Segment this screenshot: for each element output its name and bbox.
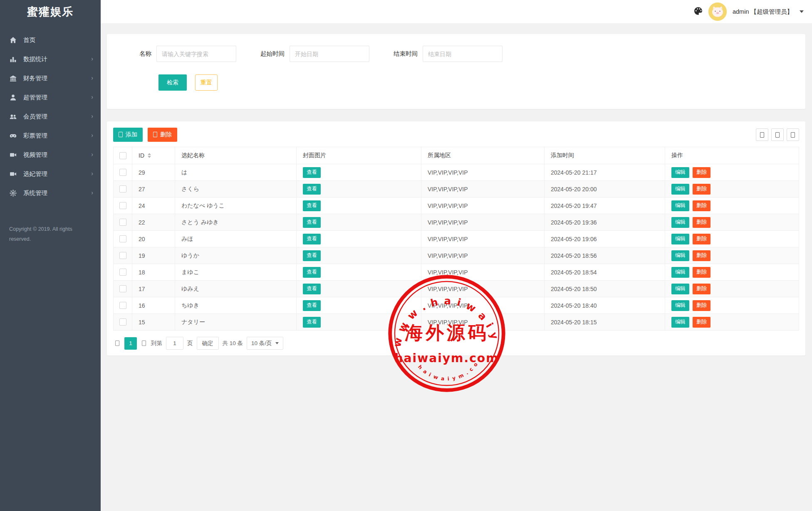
view-cover-button[interactable]: 查看 bbox=[303, 167, 321, 178]
sidebar-item-statistics[interactable]: 数据统计 › bbox=[0, 49, 101, 69]
row-delete-button[interactable]: 删除 bbox=[693, 200, 710, 211]
sidebar-item-label: 首页 bbox=[23, 36, 93, 44]
goto-page-input[interactable] bbox=[166, 337, 183, 350]
row-checkbox[interactable] bbox=[119, 185, 126, 193]
table-body: 29は查看VIP,VIP,VIP,VIP2024-05-20 21:17编辑删除… bbox=[114, 164, 799, 331]
row-checkbox[interactable] bbox=[119, 302, 126, 309]
sidebar-item-label: 财务管理 bbox=[23, 74, 91, 82]
end-time-label: 结束时间 bbox=[394, 50, 418, 58]
sidebar-item-home[interactable]: 首页 bbox=[0, 30, 101, 49]
edit-button[interactable]: 编辑 bbox=[671, 167, 689, 178]
edit-button[interactable]: 编辑 bbox=[671, 200, 689, 211]
current-page-button[interactable]: 1 bbox=[124, 337, 137, 350]
edit-button[interactable]: 编辑 bbox=[671, 234, 689, 244]
sidebar-item-lottery[interactable]: 彩票管理 › bbox=[0, 126, 101, 145]
table-row: 27さくら查看VIP,VIP,VIP,VIP2024-05-20 20:00编辑… bbox=[114, 181, 799, 197]
row-checkbox[interactable] bbox=[119, 318, 126, 326]
column-header-id: ID bbox=[139, 152, 144, 159]
row-time: 2024-05-20 20:00 bbox=[545, 181, 665, 197]
next-page-icon[interactable] bbox=[141, 340, 147, 346]
view-cover-button[interactable]: 查看 bbox=[303, 250, 321, 261]
table-filter-icon[interactable] bbox=[756, 128, 768, 141]
start-date-input[interactable] bbox=[290, 46, 369, 62]
user-menu[interactable]: admin 【超级管理员】 bbox=[733, 8, 793, 16]
sidebar-item-members[interactable]: 会员管理 › bbox=[0, 107, 101, 126]
chevron-right-icon: › bbox=[91, 132, 93, 139]
delete-icon bbox=[153, 132, 157, 137]
name-filter-input[interactable] bbox=[156, 46, 236, 62]
row-delete-button[interactable]: 删除 bbox=[693, 267, 710, 278]
sidebar-item-label: 彩票管理 bbox=[23, 132, 91, 140]
chevron-right-icon: › bbox=[91, 151, 93, 158]
table-print-icon[interactable] bbox=[787, 128, 799, 141]
top-bar: admin 【超级管理员】 bbox=[101, 0, 812, 24]
view-cover-button[interactable]: 查看 bbox=[303, 234, 321, 244]
select-all-checkbox[interactable] bbox=[119, 152, 126, 159]
chevron-down-icon bbox=[275, 342, 279, 344]
table-row: 19ゆうか查看VIP,VIP,VIP,VIP2024-05-20 18:56编辑… bbox=[114, 247, 799, 264]
edit-button[interactable]: 编辑 bbox=[671, 184, 689, 195]
table-header-row: ID 选妃名称 封面图片 所属地区 添加时间 操作 bbox=[114, 147, 799, 164]
row-checkbox[interactable] bbox=[119, 219, 126, 226]
batch-delete-button[interactable]: 删除 bbox=[148, 128, 177, 142]
row-time: 2024-05-20 18:50 bbox=[545, 281, 665, 297]
table-export-icon[interactable] bbox=[771, 128, 784, 141]
edit-button[interactable]: 编辑 bbox=[671, 284, 689, 294]
reset-button[interactable]: 重置 bbox=[195, 74, 218, 91]
view-cover-button[interactable]: 查看 bbox=[303, 300, 321, 311]
row-checkbox[interactable] bbox=[119, 169, 126, 176]
chevron-down-icon[interactable] bbox=[800, 10, 804, 13]
row-id: 24 bbox=[132, 197, 175, 214]
end-date-input[interactable] bbox=[423, 46, 503, 62]
sidebar-item-system[interactable]: 系统管理 › bbox=[0, 183, 101, 202]
row-delete-button[interactable]: 删除 bbox=[693, 300, 710, 311]
edit-button[interactable]: 编辑 bbox=[671, 250, 689, 261]
copyright-text: Copyright © 2019. All rights reserved. bbox=[0, 224, 83, 244]
row-checkbox[interactable] bbox=[119, 252, 126, 259]
row-region: VIP,VIP,VIP,VIP bbox=[421, 164, 545, 181]
row-id: 22 bbox=[132, 214, 175, 231]
row-delete-button[interactable]: 删除 bbox=[693, 317, 710, 328]
sidebar-item-concubine[interactable]: 选妃管理 › bbox=[0, 164, 101, 183]
theme-palette-icon[interactable] bbox=[694, 7, 703, 17]
edit-button[interactable]: 编辑 bbox=[671, 300, 689, 311]
view-cover-button[interactable]: 查看 bbox=[303, 217, 321, 228]
pagination: 1 到第 页 确定 共 10 条 10 条/页 bbox=[113, 337, 799, 350]
row-delete-button[interactable]: 删除 bbox=[693, 250, 710, 261]
row-delete-button[interactable]: 删除 bbox=[693, 284, 710, 294]
sidebar-item-label: 系统管理 bbox=[23, 189, 91, 197]
row-checkbox[interactable] bbox=[119, 202, 126, 209]
search-button[interactable]: 检索 bbox=[158, 74, 187, 91]
row-checkbox[interactable] bbox=[119, 285, 126, 292]
row-time: 2024-05-20 18:40 bbox=[545, 297, 665, 314]
edit-button[interactable]: 编辑 bbox=[671, 317, 689, 328]
row-delete-button[interactable]: 删除 bbox=[693, 234, 710, 244]
row-checkbox[interactable] bbox=[119, 269, 126, 276]
edit-button[interactable]: 编辑 bbox=[671, 267, 689, 278]
view-cover-button[interactable]: 查看 bbox=[303, 317, 321, 328]
row-delete-button[interactable]: 删除 bbox=[693, 167, 710, 178]
sort-icon[interactable] bbox=[148, 153, 151, 158]
page-label: 页 bbox=[187, 340, 193, 347]
prev-page-icon[interactable] bbox=[114, 340, 121, 346]
row-name: まゆこ bbox=[175, 264, 297, 281]
add-button[interactable]: 添加 bbox=[113, 128, 143, 142]
table-row: 17ゆみえ查看VIP,VIP,VIP,VIP2024-05-20 18:50编辑… bbox=[114, 281, 799, 297]
row-delete-button[interactable]: 删除 bbox=[693, 184, 710, 195]
chevron-right-icon: › bbox=[91, 170, 93, 178]
row-checkbox[interactable] bbox=[119, 235, 126, 242]
chevron-right-icon: › bbox=[91, 94, 93, 101]
view-cover-button[interactable]: 查看 bbox=[303, 200, 321, 211]
goto-confirm-button[interactable]: 确定 bbox=[197, 337, 219, 350]
sidebar-item-superadmin[interactable]: 超管管理 › bbox=[0, 88, 101, 107]
avatar[interactable] bbox=[708, 2, 727, 21]
sidebar-item-video[interactable]: 视频管理 › bbox=[0, 145, 101, 164]
view-cover-button[interactable]: 查看 bbox=[303, 284, 321, 294]
row-delete-button[interactable]: 删除 bbox=[693, 217, 710, 228]
sidebar-item-label: 会员管理 bbox=[23, 113, 91, 121]
per-page-select[interactable]: 10 条/页 bbox=[247, 337, 283, 350]
view-cover-button[interactable]: 查看 bbox=[303, 267, 321, 278]
edit-button[interactable]: 编辑 bbox=[671, 217, 689, 228]
sidebar-item-finance[interactable]: 财务管理 › bbox=[0, 69, 101, 88]
view-cover-button[interactable]: 查看 bbox=[303, 184, 321, 195]
